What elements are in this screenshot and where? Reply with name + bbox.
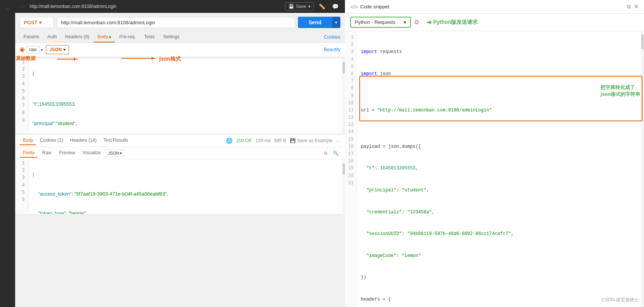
cookies-link[interactable]: Cookies: [324, 34, 340, 40]
snippet-line-numbers: 1 2 3 4 5 6 7 8 9 10 11 12 13 14 15 16 1…: [345, 31, 357, 307]
response-tab-test-results[interactable]: Test Results: [100, 136, 131, 145]
csdn-watermark: CSDN @宏基骑士: [602, 297, 639, 303]
response-section: Body Cookies (1) Headers (14) Test Resul…: [15, 134, 345, 214]
method-url-row: POST ▾ Send ▾: [15, 13, 345, 32]
response-code-area: 1 2 3 4 5 6 { "access_token": "5f7aaf19-…: [15, 160, 345, 214]
raw-radio[interactable]: raw ▾: [20, 46, 43, 53]
copy-snippet-button[interactable]: ⧉: [627, 3, 631, 10]
save-icon: 💾: [288, 4, 294, 9]
view-tab-visualize[interactable]: Visualize: [80, 149, 104, 158]
method-chevron-icon: ▾: [39, 20, 42, 25]
view-tab-raw[interactable]: Raw: [39, 149, 54, 158]
tab-body[interactable]: Body: [94, 32, 114, 42]
send-button[interactable]: Send: [298, 17, 332, 28]
snippet-scrollbar[interactable]: [641, 31, 644, 307]
url-input[interactable]: [57, 17, 295, 28]
tab-params[interactable]: Params: [20, 32, 43, 42]
main-panel: ··· http://mall.lemonban.com:8108/adminL…: [15, 0, 345, 307]
response-status-area: 🌐 200 OK 139 ms 595 B 💾 Save as Example …: [226, 138, 340, 144]
tab-prereq[interactable]: Pre-req.: [116, 32, 139, 42]
request-tabs-row: Params Auth Headers (9) Body Pre-req. Te…: [15, 32, 345, 43]
header-url: http://mall.lemonban.com:8108/adminLogin: [30, 4, 281, 9]
body-line-numbers: 1 2 3 4 5 6 7 8 9: [15, 58, 29, 134]
format-label: JSON: [49, 47, 62, 52]
tab-dots: ···: [20, 4, 26, 9]
response-time: 139 ms: [255, 138, 270, 143]
code-icon: </>: [350, 4, 358, 10]
request-section: POST ▾ Send ▾ Params Auth Headers (9) Bo…: [15, 13, 345, 58]
method-label: POST: [24, 20, 37, 25]
body-options-row: raw ▾ JSON ▾ Beautify: [15, 43, 345, 56]
view-tab-preview[interactable]: Preview: [56, 149, 78, 158]
edit-icon-button[interactable]: ✏️: [317, 3, 327, 10]
send-arrow-button[interactable]: ▾: [332, 17, 340, 28]
tab-auth[interactable]: Auth: [44, 32, 61, 42]
lang-chevron-icon: ▾: [404, 19, 406, 25]
beautify-button[interactable]: Beautify: [324, 47, 340, 52]
response-tabs-row: Body Cookies (1) Headers (14) Test Resul…: [15, 135, 345, 147]
snippet-code-content: import requests import json url = "http:…: [357, 31, 644, 307]
snippet-header-actions: ⧉ ✕: [627, 3, 639, 10]
response-tab-headers[interactable]: Headers (14): [67, 136, 100, 145]
panel-header: ··· http://mall.lemonban.com:8108/adminL…: [15, 0, 345, 13]
snippet-scroll-thumb: [641, 34, 644, 49]
send-label: Send: [309, 19, 321, 25]
python-annotation: ➜ Python版发送请求: [426, 18, 478, 27]
comment-icon-button[interactable]: 💬: [330, 3, 340, 10]
snippet-header: </> Code snippet ⧉ ✕: [345, 0, 644, 14]
format-dropdown[interactable]: JSON ▾: [46, 45, 69, 54]
response-more-button[interactable]: ···: [336, 138, 340, 144]
response-view-tabs: Pretty Raw Preview Visualize JSON ▾ ⧉ 🔍: [15, 147, 345, 160]
response-format-dropdown[interactable]: JSON ▾: [105, 150, 125, 157]
view-tab-pretty[interactable]: Pretty: [20, 149, 38, 158]
save-icon-small: 💾: [290, 138, 296, 143]
language-label: Python - Requests: [355, 19, 395, 25]
tab-settings[interactable]: Settings: [159, 32, 183, 42]
response-size: 595 B: [274, 138, 286, 143]
sidebar-dots-icon: ···: [3, 4, 12, 14]
header-actions: 💾 Save ▾ ✏️ 💬: [285, 2, 340, 11]
response-scrollbar[interactable]: [342, 160, 345, 214]
globe-icon: 🌐: [226, 138, 232, 144]
snippet-code-area: 1 2 3 4 5 6 7 8 9 10 11 12 13 14 15 16 1…: [345, 31, 644, 307]
save-example-label: Save as Example: [297, 138, 332, 143]
settings-gear-button[interactable]: ⚙: [414, 19, 419, 26]
language-dropdown[interactable]: Python - Requests ▾: [350, 17, 411, 28]
raw-label: raw: [26, 46, 40, 53]
send-group: Send ▾: [298, 17, 340, 28]
format-chevron-icon: ▾: [63, 47, 66, 52]
python-arrow-icon: ➜: [426, 18, 432, 27]
snippet-controls: Python - Requests ▾ ⚙ ➜ Python版发送请求: [345, 14, 644, 31]
save-label: Save: [296, 4, 306, 9]
body-code-content[interactable]: { "t":1645013395553, "principal":"studen…: [29, 58, 342, 134]
copy-response-button[interactable]: ⧉: [322, 150, 329, 157]
code-snippet-panel: </> Code snippet ⧉ ✕ Python - Requests ▾…: [345, 0, 644, 307]
status-badge: 200 OK: [236, 138, 252, 143]
body-scrollbar[interactable]: [342, 58, 345, 134]
response-code-content: { "access_token": "5f7aaf19-3903-471e-b0…: [29, 160, 342, 214]
raw-chevron-icon: ▾: [41, 48, 43, 52]
response-line-numbers: 1 2 3 4 5 6: [15, 160, 29, 214]
response-tab-cookies[interactable]: Cookies (1): [37, 136, 66, 145]
code-with-lines: 1 2 3 4 5 6 7 8 9 { "t":1645013395553, "…: [15, 58, 345, 134]
snippet-code-outer: 1 2 3 4 5 6 7 8 9 10 11 12 13 14 15 16 1…: [345, 31, 644, 307]
body-code-editor: 1 2 3 4 5 6 7 8 9 { "t":1645013395553, "…: [15, 58, 345, 134]
save-example-button[interactable]: 💾 Save as Example: [290, 138, 332, 143]
save-button[interactable]: 💾 Save ▾: [285, 2, 314, 11]
mini-sidebar: ···: [0, 0, 15, 307]
search-response-button[interactable]: 🔍: [331, 150, 340, 157]
method-dropdown[interactable]: POST ▾: [20, 17, 54, 28]
response-tab-body[interactable]: Body: [20, 136, 36, 145]
save-arrow-icon: ▾: [308, 4, 310, 9]
tab-tests[interactable]: Tests: [140, 32, 158, 42]
snippet-title: </> Code snippet: [350, 4, 389, 10]
python-label: Python版发送请求: [433, 19, 478, 26]
tab-headers[interactable]: Headers (9): [61, 32, 93, 42]
close-snippet-button[interactable]: ✕: [634, 3, 639, 10]
